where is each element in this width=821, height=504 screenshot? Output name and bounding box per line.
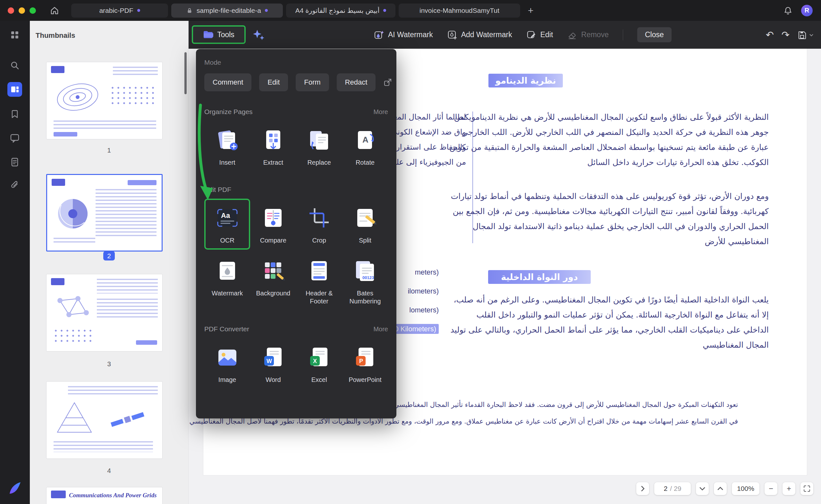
tool-rotate[interactable]: A Rotate (342, 121, 388, 172)
toolbar: Tools AI Watermark Add Watermark Edit (188, 21, 821, 49)
ai-assistant-button[interactable] (252, 28, 266, 42)
tool-bates-numbering[interactable]: 00123 Bates Numbering (342, 252, 388, 310)
bookmark-icon (10, 109, 20, 119)
organize-pages-title: Organize Pages (204, 108, 253, 116)
ai-watermark-button[interactable]: AI Watermark (374, 30, 433, 40)
doc-paragraph-2: ومع دوران الأرض، تؤثر قوة كوريوليس على ه… (447, 189, 769, 249)
open-in-new-window-button[interactable] (383, 78, 392, 87)
minimize-window-button[interactable] (19, 7, 25, 14)
tool-extract[interactable]: Extract (250, 121, 296, 172)
text-line: الحمل الحراري والدوران في اللب الخارجي ي… (447, 219, 769, 234)
paperclip-icon (10, 180, 20, 190)
notifications-bell-icon[interactable] (783, 6, 793, 15)
page-indicator[interactable]: 2 / 29 (654, 482, 691, 495)
fit-width-button[interactable] (800, 482, 813, 495)
panel-scrollbar[interactable] (184, 52, 186, 94)
thumbnail-page-4[interactable] (46, 381, 162, 459)
remove-watermark-button[interactable]: Remove (567, 30, 609, 40)
tool-convert-excel[interactable]: X Excel (296, 338, 342, 389)
new-tab-button[interactable]: + (528, 6, 534, 15)
tool-watermark[interactable]: Watermark (204, 252, 250, 310)
tool-header-footer[interactable]: Header & Footer (296, 252, 342, 310)
tools-button-label: Tools (217, 30, 235, 39)
search-button[interactable] (7, 58, 22, 73)
next-page-button[interactable] (696, 482, 709, 495)
tool-replace[interactable]: Replace (296, 121, 342, 172)
tab-sample-file[interactable]: sample-file-editable-a (171, 4, 283, 18)
tool-compare[interactable]: Compare (250, 199, 296, 250)
svg-text:X: X (313, 358, 317, 364)
zoom-level[interactable]: 100% (732, 482, 759, 495)
tool-crop[interactable]: Crop (296, 199, 342, 250)
mode-comment-button[interactable]: Comment (204, 73, 252, 91)
zoom-in-button[interactable]: + (783, 482, 795, 495)
tool-background[interactable]: Background (250, 252, 296, 310)
page-layout-button[interactable] (636, 482, 649, 495)
mode-edit-button[interactable]: Edit (259, 73, 288, 91)
close-tool-button[interactable]: Close (637, 27, 672, 42)
tool-convert-powerpoint[interactable]: P PowerPoint (342, 338, 388, 389)
thumbnail-page-2[interactable] (46, 174, 162, 252)
bookmarks-panel-button[interactable] (7, 107, 22, 121)
attachments-panel-button[interactable] (7, 178, 22, 193)
zoom-out-button[interactable]: − (765, 482, 777, 495)
doc-paragraph-3: يلعب النواة الداخلية الصلبة أيضًا دورًا … (447, 292, 769, 352)
tools-button[interactable]: Tools (192, 25, 246, 44)
converter-more-link[interactable]: More (373, 326, 388, 333)
insert-icon (213, 125, 242, 155)
svg-text:A: A (362, 135, 369, 145)
thumbnail-page-3[interactable] (46, 274, 162, 351)
svg-text:00123: 00123 (362, 275, 374, 280)
avatar[interactable]: R (801, 5, 813, 16)
powerpoint-icon: P (350, 343, 380, 372)
svg-text:W: W (267, 358, 272, 364)
word-icon: W (259, 343, 288, 372)
tool-split[interactable]: Split (342, 199, 388, 250)
text-line: النظرية الأكثر قبولاً على نطاق واسع لتكو… (447, 110, 769, 125)
mode-redact-button[interactable]: Redact (337, 73, 376, 91)
extract-icon (259, 125, 288, 155)
rotate-icon: A (350, 125, 380, 155)
edit-watermark-button[interactable]: Edit (526, 30, 553, 40)
left-rail (0, 21, 30, 504)
thumbnail-page-1[interactable] (46, 62, 162, 139)
previous-page-button[interactable] (714, 482, 727, 495)
edit-pdf-title: Edit PDF (204, 186, 231, 194)
view-controls: 2 / 29 100% − + (636, 482, 813, 495)
zoom-window-button[interactable] (29, 7, 36, 14)
tab-arabic-pdf[interactable]: arabic-PDF (71, 4, 168, 18)
mode-form-button[interactable]: Form (296, 73, 329, 91)
home-button[interactable] (47, 4, 62, 18)
edit-pdf-tiles-row2: Watermark Background Header & Footer 001… (204, 252, 388, 310)
organize-more-link[interactable]: More (373, 108, 388, 116)
chevron-up-icon (717, 485, 724, 492)
undo-button[interactable]: ↶ (766, 29, 774, 40)
doc-heading-2: دور النواة الداخلية (488, 270, 591, 284)
outline-panel-button[interactable] (7, 155, 22, 169)
tool-convert-image[interactable]: Image (204, 338, 250, 389)
updf-logo[interactable] (8, 482, 21, 494)
document-icon (10, 157, 20, 167)
thumbnails-panel-button[interactable] (7, 82, 22, 97)
text-line: المجال المغناطيسي (447, 337, 769, 352)
lock-icon (186, 7, 193, 14)
tab-invoice-arabic[interactable]: أبيض بسيط نموذج الفاتورة A4 (286, 4, 395, 18)
tool-ocr[interactable]: Aa OCR (204, 199, 250, 250)
tab-invoice-mahmoud[interactable]: invoice-MahmoudSamyTut (399, 4, 520, 18)
ocr-icon: Aa (213, 203, 242, 233)
tab-label: invoice-MahmoudSamyTut (419, 7, 499, 14)
text-line: المغناطيسي للأرض (447, 234, 769, 249)
redo-button[interactable]: ↷ (782, 29, 790, 40)
edit-pdf-tiles-row1: Aa OCR Compare Crop Split (204, 199, 388, 250)
apps-grid-button[interactable] (7, 28, 22, 42)
tool-insert[interactable]: Insert (204, 121, 250, 172)
titlebar: arabic-PDF sample-file-editable-a أبيض ب… (0, 0, 821, 21)
save-button[interactable] (797, 30, 814, 40)
close-window-button[interactable] (8, 7, 14, 14)
thumbnail-page-5[interactable]: Communications And Power Grids (46, 487, 162, 504)
tool-convert-word[interactable]: W Word (250, 338, 296, 389)
header-footer-icon (304, 256, 334, 285)
add-watermark-button[interactable]: Add Watermark (447, 30, 512, 40)
toolbar-divider (623, 29, 623, 40)
comments-panel-button[interactable] (7, 131, 22, 145)
